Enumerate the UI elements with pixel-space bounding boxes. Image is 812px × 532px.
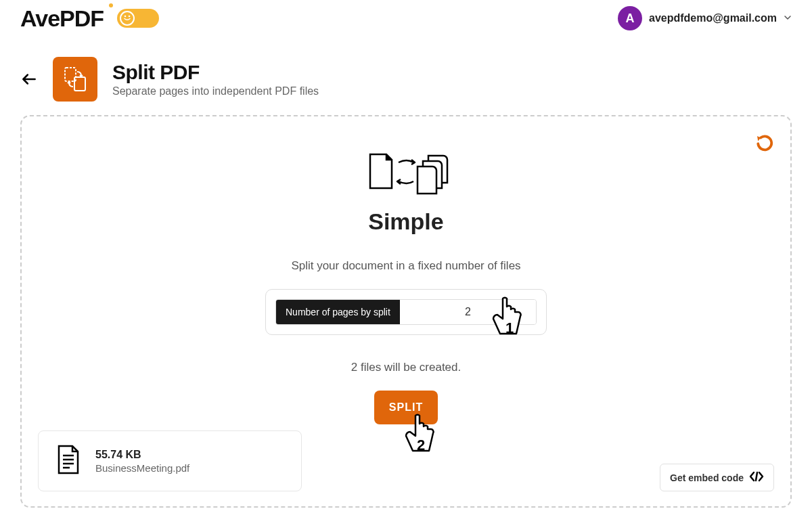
split-field: Number of pages by split [275,299,537,325]
toggle-indicator-dot [109,3,113,7]
split-field-label: Number of pages by split [276,300,400,324]
page-title-block: Split PDF Separate pages into independen… [112,61,319,97]
split-button[interactable]: SPLIT [374,391,438,424]
split-field-box: Number of pages by split [265,289,547,335]
embed-label: Get embed code [670,472,744,483]
page-title: Split PDF [112,61,319,84]
undo-icon [754,133,774,153]
get-embed-code-button[interactable]: Get embed code [660,464,774,491]
svg-rect-3 [74,77,85,91]
theme-toggle[interactable] [117,9,159,28]
arrow-left-icon [20,70,38,88]
brand-block: AvePDF [20,5,159,32]
avatar: A [618,6,642,30]
back-button[interactable] [20,70,38,88]
file-size: 55.74 KB [95,449,189,461]
svg-point-0 [125,16,127,18]
file-card[interactable]: 55.74 KB BusinessMeeting.pdf [38,430,302,491]
document-icon [55,443,82,479]
user-email: avepdfdemo@gmail.com [649,12,777,24]
user-menu[interactable]: A avepdfdemo@gmail.com [618,6,792,30]
svg-point-1 [129,16,131,18]
tool-icon [53,57,97,102]
mode-title: Simple [368,208,443,235]
file-meta: 55.74 KB BusinessMeeting.pdf [95,449,189,474]
chevron-down-icon [784,14,792,24]
brand-logo[interactable]: AvePDF [20,5,104,32]
split-status: 2 files will be created. [351,361,461,374]
page-subtitle: Separate pages into independent PDF file… [112,85,319,97]
pages-per-split-input[interactable] [400,300,536,324]
undo-button[interactable] [754,133,774,156]
main-panel: Simple Split your document in a fixed nu… [20,115,792,508]
mode-description: Split your document in a fixed number of… [291,259,520,273]
svg-line-8 [756,472,757,481]
file-name: BusinessMeeting.pdf [95,462,189,474]
split-illustration-icon [362,149,450,199]
page-header: Split PDF Separate pages into independen… [0,37,812,115]
top-bar: AvePDF A avepdfdemo@gmail.com [0,0,812,37]
smile-icon [122,13,132,22]
annotation-number-2: 2 [417,437,425,454]
code-icon [749,471,764,484]
center-column: Simple Split your document in a fixed nu… [42,149,770,424]
